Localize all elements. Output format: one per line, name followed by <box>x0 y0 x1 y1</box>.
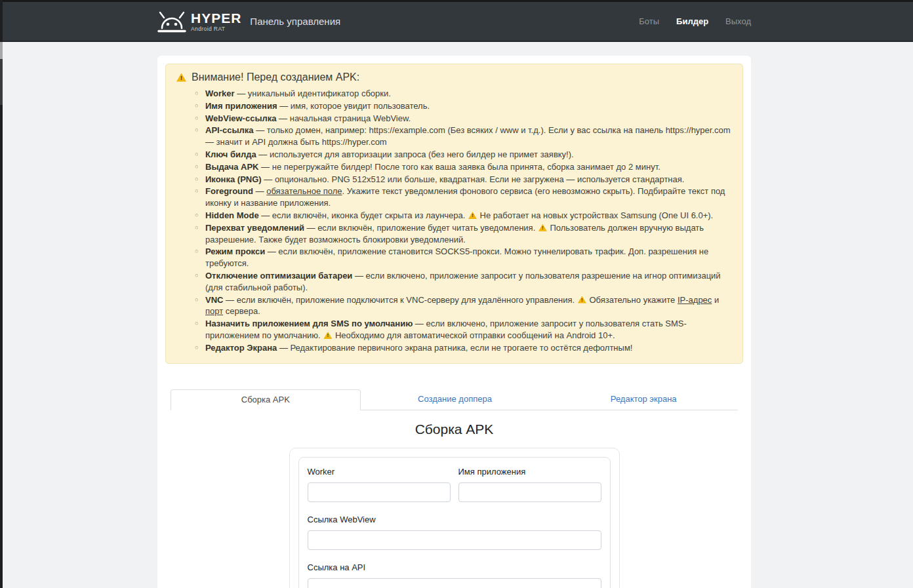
alert-list-item: Редактор Экрана — Редактирование первичн… <box>195 342 732 354</box>
section-heading: Сборка APK <box>157 421 751 437</box>
api-link-label: Ссылка на API <box>308 562 601 572</box>
tab-bar: Сборка APK Создание доппера Редактор экр… <box>171 389 738 410</box>
warning-icon: ! <box>578 296 586 304</box>
webview-link-label: Ссылка WebView <box>308 515 601 524</box>
nav-link-bots[interactable]: Боты <box>639 16 659 26</box>
warning-icon: ! <box>468 212 477 219</box>
alert-list-item: VNC — если включён, приложение подключит… <box>195 294 732 318</box>
alert-list-item: Перехват уведомлений — если включён, при… <box>195 222 732 246</box>
page-title: Панель управления <box>250 16 340 27</box>
warning-icon: ! <box>538 224 547 231</box>
alert-list-item: Foreground — обязательное поле. Укажите … <box>195 186 732 209</box>
alert-list-item: API-ссылка — только домен, например: htt… <box>195 125 732 148</box>
alert-title: ! Внимание! Перед созданием APK: <box>176 71 732 83</box>
warning-icon: ! <box>176 73 186 82</box>
nav-link-logout[interactable]: Выход <box>725 16 751 26</box>
alert-list-item: Иконка (PNG) — опционально. PNG 512x512 … <box>195 174 732 186</box>
nav-links: Боты Билдер Выход <box>639 16 751 26</box>
alert-list-item: Отключение оптимизации батареи — если вк… <box>195 270 732 294</box>
alert-list: Worker — уникальный идентификатор сборки… <box>176 88 732 354</box>
alert-list-item: Назначить приложением для SMS по умолчан… <box>195 318 732 342</box>
alert-list-item: Ключ билда — используется для авторизаци… <box>195 149 732 161</box>
alert-list-item: Worker — уникальный идентификатор сборки… <box>195 88 732 100</box>
window-edge <box>0 0 3 588</box>
scrollbar-thumb[interactable] <box>0 42 3 59</box>
alert-list-item: Имя приложения — имя, которое увидит пол… <box>195 100 732 112</box>
nav-link-builder[interactable]: Билдер <box>676 16 708 26</box>
app-name-input[interactable] <box>458 482 601 502</box>
api-link-input[interactable] <box>308 578 601 588</box>
brand-subtitle: Android RAT <box>191 26 241 32</box>
worker-input[interactable] <box>308 482 451 502</box>
tab-create-dropper[interactable]: Создание доппера <box>361 389 550 410</box>
builder-form-card: Worker Имя приложения Ссылка WebView Ссы… <box>289 448 620 588</box>
warning-icon: ! <box>323 332 332 339</box>
warning-alert: ! Внимание! Перед созданием APK: Worker … <box>165 64 743 364</box>
android-head-icon <box>157 10 186 33</box>
brand: HYPER Android RAT <box>157 10 241 33</box>
main-container: ! Внимание! Перед созданием APK: Worker … <box>157 56 751 588</box>
webview-link-input[interactable] <box>308 530 601 550</box>
worker-label: Worker <box>308 467 451 477</box>
alert-list-item: WebView-ссылка — начальная страница WebV… <box>195 113 732 125</box>
alert-title-text: Внимание! Перед созданием APK: <box>192 71 359 83</box>
app-name-label: Имя приложения <box>458 467 601 477</box>
brand-name: HYPER <box>191 11 241 25</box>
alert-list-item: Режим прокси — если включён, приложение … <box>195 246 732 269</box>
navbar: HYPER Android RAT Панель управления Боты… <box>0 0 913 42</box>
alert-list-item: Выдача APK — не перегружайте билдер! Пос… <box>195 161 732 173</box>
scrollbar-track <box>0 59 3 105</box>
tab-build-apk[interactable]: Сборка APK <box>171 389 361 410</box>
builder-form: Worker Имя приложения Ссылка WebView Ссы… <box>298 457 611 588</box>
alert-list-item: Hidden Mode — если включён, иконка будет… <box>195 210 732 222</box>
tab-screen-editor[interactable]: Редактор экрана <box>549 389 738 410</box>
